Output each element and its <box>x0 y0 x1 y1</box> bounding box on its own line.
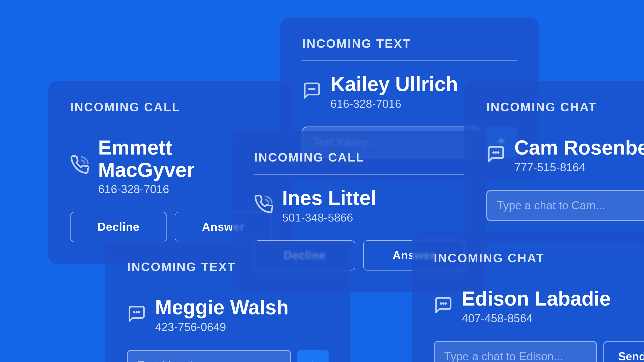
card-divider <box>434 275 635 275</box>
card-type-label: INCOMING CALL <box>70 100 272 114</box>
contact-info: Cam Rosenberg 777-515-8164 <box>514 137 644 174</box>
phone-icon <box>70 155 89 177</box>
contact-phone: 423-756-0649 <box>155 320 289 334</box>
contact-row: Edison Labadie 407-458-8564 <box>434 288 635 325</box>
card-divider <box>486 124 644 124</box>
contact-info: Ines Littel 501-348-5866 <box>282 187 376 224</box>
chat-icon <box>127 304 146 326</box>
contact-phone: 407-458-8564 <box>462 312 611 325</box>
contact-row: Ines Littel 501-348-5866 <box>254 187 464 224</box>
chat-input-row: Send <box>486 190 644 221</box>
contact-phone: 616-328-7016 <box>330 97 458 110</box>
contact-row: Meggie Walsh 423-756-0649 <box>127 296 328 334</box>
card-type-label: INCOMING CALL <box>254 151 464 165</box>
incoming-chat-card-cam: INCOMING CHAT Cam Rosenberg 777-515-8164 <box>464 81 644 243</box>
contact-info: Kailey Ullrich 616-328-7016 <box>330 73 458 110</box>
phone-icon <box>254 195 273 217</box>
card-type-label: INCOMING TEXT <box>127 260 328 274</box>
contact-info: Edison Labadie 407-458-8564 <box>462 288 611 325</box>
chat-cam-input[interactable] <box>486 190 644 221</box>
incoming-chat-card-edison: INCOMING CHAT Edison Labadie 407-458-856… <box>412 232 644 362</box>
contact-info: Meggie Walsh 423-756-0649 <box>155 296 289 334</box>
text-meggie-input[interactable] <box>127 350 291 362</box>
decline-button[interactable]: Decline <box>70 212 167 242</box>
chat-icon <box>302 81 322 103</box>
contact-phone: 501-348-5866 <box>282 211 376 224</box>
contact-name: Meggie Walsh <box>155 296 289 319</box>
chat-icon <box>434 296 453 317</box>
contact-phone: 777-515-8164 <box>514 160 644 174</box>
card-divider <box>70 124 272 124</box>
card-type-label: INCOMING TEXT <box>302 37 517 51</box>
card-type-label: INCOMING CHAT <box>434 251 635 265</box>
text-input-row <box>127 350 328 362</box>
chat-input-row: Send <box>434 341 635 362</box>
contact-name: Ines Littel <box>282 187 376 209</box>
send-text-button[interactable] <box>297 350 328 362</box>
card-divider <box>302 60 517 61</box>
chat-edison-input[interactable] <box>434 341 597 362</box>
card-divider <box>254 174 464 175</box>
send-chat-button[interactable]: Send <box>603 341 644 362</box>
incoming-text-card-meggie: INCOMING TEXT Meggie Walsh 423-756-0649 <box>105 241 350 362</box>
chat-icon <box>486 144 506 166</box>
contact-name: Cam Rosenberg <box>514 137 644 159</box>
card-divider <box>127 284 328 284</box>
contact-name: Kailey Ullrich <box>330 73 458 95</box>
contact-row: Cam Rosenberg 777-515-8164 <box>486 137 644 174</box>
contact-name: Edison Labadie <box>462 288 611 310</box>
card-type-label: INCOMING CHAT <box>486 100 644 114</box>
